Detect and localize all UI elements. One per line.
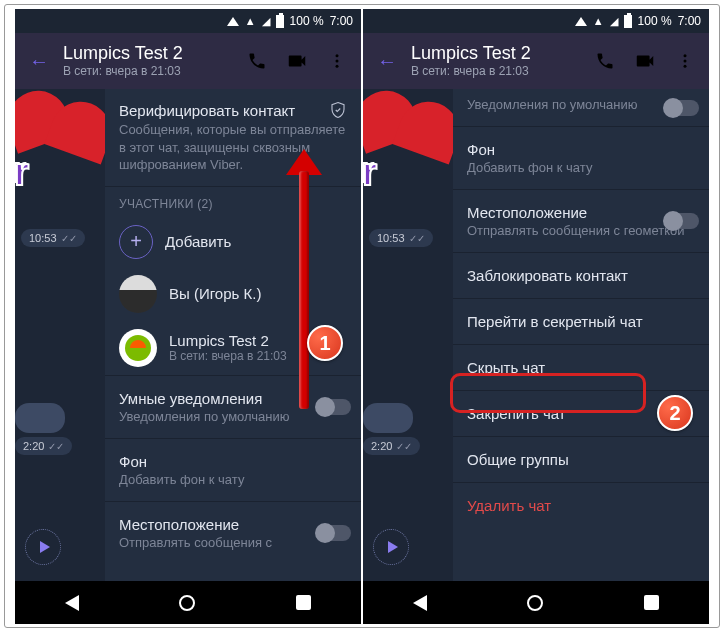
chat-background: er er 10:53✓✓ 2:20✓✓ [363, 89, 453, 581]
participant-name: Вы (Игорь К.) [169, 285, 261, 302]
row-subtitle: Добавить фон к чату [467, 160, 695, 175]
participant-you[interactable]: Вы (Игорь К.) [105, 267, 361, 321]
left-screenshot: 100 % 7:00 ← Lumpics Test 2 В сети: вчер… [15, 9, 361, 624]
step-badge-2: 2 [657, 395, 693, 431]
signal-icon [610, 14, 618, 28]
back-button[interactable]: ← [23, 50, 55, 73]
viber-sticker: er er [363, 89, 439, 209]
back-button[interactable]: ← [371, 50, 403, 73]
svg-point-1 [336, 60, 339, 63]
viber-sticker: er er [15, 89, 91, 209]
svg-point-5 [684, 65, 687, 68]
cast-icon [227, 17, 239, 26]
delete-chat-row[interactable]: Удалить чат [453, 483, 709, 528]
nav-back[interactable] [65, 595, 79, 611]
avatar [119, 275, 157, 313]
hide-chat-row[interactable]: Скрыть чат [453, 345, 709, 390]
toggle-switch[interactable] [317, 525, 351, 541]
background-row[interactable]: Фон Добавить фон к чату [105, 439, 361, 501]
toggle-switch[interactable] [665, 213, 699, 229]
participant-name: Lumpics Test 2 [169, 332, 287, 349]
nav-recent[interactable] [296, 595, 311, 610]
svg-point-4 [684, 60, 687, 63]
row-title: Фон [119, 453, 347, 470]
battery-percent: 100 % [290, 14, 324, 28]
more-button[interactable] [669, 45, 701, 77]
participant-status: В сети: вчера в 21:03 [169, 349, 287, 363]
video-call-button[interactable] [629, 45, 661, 77]
header-title: Lumpics Test 2 [63, 44, 233, 64]
message-bubble [15, 403, 65, 433]
clock: 7:00 [678, 14, 701, 28]
add-label: Добавить [165, 233, 231, 250]
voice-message[interactable] [25, 529, 61, 565]
row-title: Перейти в секретный чат [467, 313, 643, 330]
call-button[interactable] [241, 45, 273, 77]
row-title: Удалить чат [467, 497, 551, 514]
header-subtitle: В сети: вчера в 21:03 [63, 64, 233, 78]
chat-header: ← Lumpics Test 2 В сети: вчера в 21:03 [15, 33, 361, 89]
header-title: Lumpics Test 2 [411, 44, 581, 64]
status-bar: 100 % 7:00 [15, 9, 361, 33]
smart-notifications-row[interactable]: Уведомления по умолчанию [453, 89, 709, 126]
battery-percent: 100 % [638, 14, 672, 28]
message-time: 10:53✓✓ [21, 229, 85, 247]
row-subtitle: Уведомления по умолчанию [467, 97, 695, 112]
svg-point-3 [684, 54, 687, 57]
toggle-switch[interactable] [665, 100, 699, 116]
row-subtitle: Отправлять сообщения с [119, 535, 347, 550]
android-nav-bar [15, 581, 361, 624]
plus-icon: + [119, 225, 153, 259]
row-title: Заблокировать контакт [467, 267, 628, 284]
toggle-switch[interactable] [317, 399, 351, 415]
row-title: Местоположение [119, 516, 347, 533]
chat-info-panel: Уведомления по умолчанию Фон Добавить фо… [453, 89, 709, 581]
nav-home[interactable] [527, 595, 543, 611]
wifi-icon [245, 14, 256, 28]
verify-contact-row[interactable]: Верифицировать контакт Сообщения, которы… [105, 89, 361, 186]
svg-point-2 [336, 65, 339, 68]
chat-header: ← Lumpics Test 2 В сети: вчера в 21:03 [363, 33, 709, 89]
row-subtitle: Отправлять сообщения с геометкой [467, 223, 695, 238]
row-title: Фон [467, 141, 695, 158]
header-subtitle: В сети: вчера в 21:03 [411, 64, 581, 78]
participants-caption: УЧАСТНИКИ (2) [105, 187, 361, 217]
call-button[interactable] [589, 45, 621, 77]
row-title: Местоположение [467, 204, 695, 221]
message-time: 10:53✓✓ [369, 229, 433, 247]
wifi-icon [593, 14, 604, 28]
battery-icon [276, 15, 284, 28]
battery-icon [624, 15, 632, 28]
step-badge-1: 1 [307, 325, 343, 361]
android-nav-bar [363, 581, 709, 624]
signal-icon [262, 14, 270, 28]
background-row[interactable]: Фон Добавить фон к чату [453, 127, 709, 189]
clock: 7:00 [330, 14, 353, 28]
location-row[interactable]: Местоположение Отправлять сообщения с [105, 502, 361, 564]
more-button[interactable] [321, 45, 353, 77]
message-bubble [363, 403, 413, 433]
video-call-button[interactable] [281, 45, 313, 77]
nav-home[interactable] [179, 595, 195, 611]
nav-recent[interactable] [644, 595, 659, 610]
row-title: Закрепить чат [467, 405, 566, 422]
cast-icon [575, 17, 587, 26]
row-title: Умные уведомления [119, 390, 347, 407]
row-subtitle: Добавить фон к чату [119, 472, 347, 487]
common-groups-row[interactable]: Общие группы [453, 437, 709, 482]
avatar [119, 329, 157, 367]
location-row[interactable]: Местоположение Отправлять сообщения с ге… [453, 190, 709, 252]
status-bar: 100 % 7:00 [363, 9, 709, 33]
secret-chat-row[interactable]: Перейти в секретный чат [453, 299, 709, 344]
verify-title: Верифицировать контакт [119, 102, 295, 119]
nav-back[interactable] [413, 595, 427, 611]
row-title: Общие группы [467, 451, 569, 468]
row-title: Скрыть чат [467, 359, 545, 376]
add-participant-button[interactable]: + Добавить [105, 217, 361, 267]
block-contact-row[interactable]: Заблокировать контакт [453, 253, 709, 298]
voice-message[interactable] [373, 529, 409, 565]
right-screenshot: 100 % 7:00 ← Lumpics Test 2 В сети: вчер… [363, 9, 709, 624]
shield-icon [329, 101, 347, 119]
smart-notifications-row[interactable]: Умные уведомления Уведомления по умолчан… [105, 376, 361, 438]
row-subtitle: Уведомления по умолчанию [119, 409, 347, 424]
